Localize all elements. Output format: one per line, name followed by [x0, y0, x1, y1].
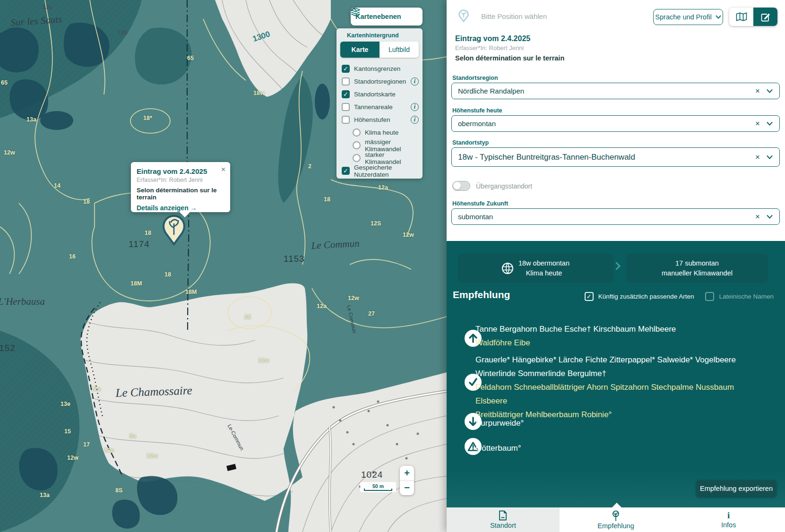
layer-label: Höhenstufen	[354, 116, 390, 123]
clear-icon[interactable]: ×	[749, 153, 767, 162]
view-mode-toggle	[729, 8, 777, 26]
card-line2: manueller Klimawandel	[662, 268, 733, 278]
radio-label: mässiger Klimawandel	[365, 138, 420, 153]
species-line: Purpurweide°	[475, 416, 750, 430]
checkbox[interactable]	[342, 65, 350, 73]
background-section-label: Kartenhintergrund	[347, 32, 420, 39]
export-recommendation-button[interactable]: Empfehlung exportieren	[696, 480, 776, 497]
layer-label: Tannenareale	[354, 103, 393, 111]
scale-bracket	[364, 489, 392, 491]
checkbox[interactable]	[342, 77, 350, 86]
toggle-switch[interactable]	[452, 181, 470, 191]
clear-icon[interactable]: ×	[749, 119, 767, 129]
layer-row-tannenareale[interactable]: Tannenareale i	[339, 101, 420, 113]
popup-details-link[interactable]: Details anzeigen →	[137, 204, 224, 212]
radio[interactable]	[353, 141, 361, 149]
chevron-right-icon	[615, 262, 621, 272]
layer-label: Standortsregionen	[354, 78, 406, 85]
side-panel: Bitte Position wählen Sprache und Profil…	[447, 0, 785, 532]
edit-view-button[interactable]	[753, 8, 777, 26]
tab-infos[interactable]: i Infos	[672, 507, 785, 532]
language-profile-button[interactable]: Sprache und Profil	[653, 9, 723, 25]
checkbox[interactable]	[342, 103, 350, 111]
radio-row-maessiger-klimawandel[interactable]: mässiger Klimawandel	[339, 139, 420, 152]
species-line-future: Waldföhre Eibe	[475, 336, 750, 350]
species-group-warning-text: Götterbaum°	[475, 441, 750, 455]
radio[interactable]	[353, 154, 361, 162]
info-icon[interactable]: i	[411, 77, 419, 86]
recommendation-section: 18w obermontan Klima heute 17 submontan …	[447, 241, 785, 507]
entry-title: Eintrag vom 2.4.2025	[455, 34, 530, 43]
field-label-standortstyp: Standortstyp	[452, 139, 489, 146]
info-icon[interactable]: i	[411, 116, 419, 124]
future-species-checkbox[interactable]	[585, 292, 594, 301]
chevron-down-icon[interactable]	[767, 215, 779, 219]
radio-row-klima-heute[interactable]: Klima heute	[339, 126, 420, 139]
tree-icon	[611, 510, 621, 521]
tab-label: Empfehlung	[597, 522, 634, 530]
species-line: Grauerle* Hängebirke* Lärche Fichte Zitt…	[475, 353, 750, 367]
hoehenstufe-zukunft-field[interactable]: submontan ×	[451, 208, 780, 225]
standortsregion-field[interactable]: Nördliche Randalpen ×	[451, 83, 780, 99]
layer-row-gespeicherte-nutzerdaten[interactable]: Gespeicherte Nutzerdaten	[339, 164, 420, 177]
map-entry-popup: Eintrag vom 2.4.2025 Erfasser*In: Robert…	[131, 162, 230, 212]
species-group-suitable-text: Grauerle* Hängebirke* Lärche Fichte Zitt…	[475, 353, 750, 421]
field-value: submontan	[452, 213, 749, 221]
checkbox[interactable]	[342, 116, 350, 124]
info-icon[interactable]: i	[411, 103, 419, 111]
map-area[interactable]: 13a13h130065Sur les Sauts18w6513a18*12w2…	[0, 0, 447, 532]
clear-icon[interactable]: ×	[749, 212, 767, 222]
chevron-down-icon[interactable]	[767, 155, 779, 159]
entry-note: Selon détermination sur le terrain	[455, 54, 564, 62]
chevron-down-icon[interactable]	[767, 121, 779, 126]
map-zoom-control: + −	[400, 466, 414, 495]
entry-author: Erfasser*In: Robert Jenni	[455, 44, 524, 51]
map-layers-button[interactable]: Kartenebenen	[351, 8, 423, 26]
checkbox[interactable]	[342, 167, 350, 175]
species-line: Tanne Bergahorn Buche Esche† Kirschbaum …	[475, 322, 750, 336]
layer-row-hoehenstufen[interactable]: Höhenstufen i	[339, 113, 420, 126]
tab-empfehlung[interactable]: Empfehlung	[560, 507, 673, 532]
close-icon[interactable]: ×	[221, 165, 225, 174]
species-line: Götterbaum°	[475, 441, 750, 455]
edit-icon	[761, 12, 770, 22]
radio[interactable]	[353, 129, 361, 137]
layers-button-label: Kartenebenen	[355, 13, 418, 20]
field-label-standortsregion: Standortsregion	[452, 75, 498, 81]
chevron-down-icon[interactable]	[767, 89, 779, 93]
popup-author: Erfasser*In: Robert Jenni	[137, 177, 224, 183]
card-line2: Klima heute	[518, 268, 569, 278]
zoom-out-button[interactable]: −	[400, 481, 414, 496]
climate-card-future: 17 submontan manueller Klimawandel	[626, 254, 768, 283]
hoehenstufe-heute-field[interactable]: obermontan ×	[451, 115, 780, 132]
layer-row-kantonsgrenzen[interactable]: Kantonsgrenzen	[339, 62, 420, 75]
latin-names-checkbox[interactable]	[705, 292, 714, 301]
layer-row-standortsregionen[interactable]: Standortsregionen i	[339, 75, 420, 88]
checkbox[interactable]	[342, 90, 350, 98]
field-value: Nördliche Randalpen	[452, 87, 749, 95]
uebergangsstandort-toggle[interactable]: Übergangsstandort	[452, 181, 532, 191]
map-view-button[interactable]	[729, 8, 753, 26]
layer-label: Gespeicherte Nutzerdaten	[354, 164, 420, 178]
globe-icon	[501, 262, 514, 275]
map-layers-panel: Kartenhintergrund Karte Luftbild Kantons…	[336, 28, 423, 179]
tab-label: Infos	[721, 521, 736, 529]
active-tab-notch	[612, 503, 621, 507]
map-scale: 50 m	[360, 482, 396, 492]
field-label-hoehenstufe-heute: Höhenstufe heute	[452, 107, 502, 114]
bottom-tab-bar: Standort Empfehlung i Infos	[447, 507, 785, 532]
map-icon	[736, 12, 747, 21]
background-option-luftbild[interactable]: Luftbild	[380, 42, 419, 58]
radio-label: starker Klimawandel	[365, 151, 420, 165]
tab-standort[interactable]: Standort	[447, 507, 560, 532]
radio-label: Klima heute	[365, 129, 398, 136]
species-group-rising-text: Tanne Bergahorn Buche Esche† Kirschbaum …	[475, 322, 750, 350]
clear-icon[interactable]: ×	[749, 86, 767, 96]
background-option-karte[interactable]: Karte	[340, 42, 380, 58]
field-value: 18w - Typischer Buntreitgras-Tannen-Buch…	[452, 153, 749, 162]
radio-row-starker-klimawandel[interactable]: starker Klimawandel	[339, 152, 420, 164]
layer-row-standortskarte[interactable]: Standortskarte	[339, 88, 420, 101]
standortstyp-field[interactable]: 18w - Typischer Buntreitgras-Tannen-Buch…	[451, 147, 780, 167]
background-switch: Karte Luftbild	[340, 42, 419, 58]
zoom-in-button[interactable]: +	[400, 466, 414, 481]
